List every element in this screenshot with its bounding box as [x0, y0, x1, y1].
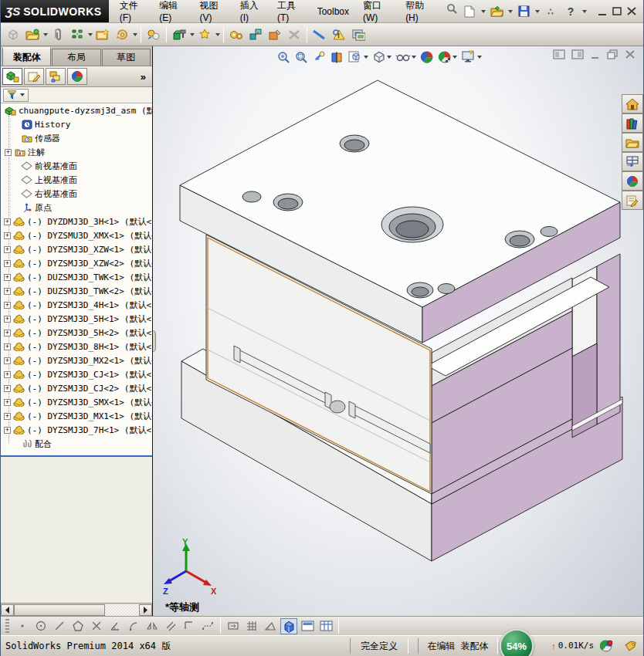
tree-folder-0[interactable]: History	[1, 117, 152, 131]
appearances-tab[interactable]	[67, 68, 87, 85]
tree-component-15[interactable]: +(-) DYZSMJ3D_7H<1> (默认<	[1, 423, 152, 437]
tree-component-14[interactable]: +(-) DYZSMJ3D_MX1<1> (默认<	[1, 409, 152, 423]
tree-component-12[interactable]: +(-) DYZSMJ3D_CJ<2> (默认<	[1, 381, 152, 395]
tree-folder-5[interactable]: 右视基准面	[1, 187, 152, 201]
rotate-component-caret[interactable]	[133, 33, 137, 36]
tree-component-4[interactable]: +(-) DUZSMJ3D_TWK<1> (默认<	[1, 270, 152, 284]
tree-component-3[interactable]: +(-) DYZSMJ3D_XZW<2> (默认<	[1, 256, 152, 270]
pane-view-icon[interactable]	[299, 618, 316, 634]
expand-toggle[interactable]: +	[4, 232, 11, 239]
expand-toggle[interactable]: +	[4, 413, 11, 420]
menu-item-2[interactable]: 视图(V)	[194, 0, 232, 25]
assembly-features-icon[interactable]	[266, 26, 284, 43]
scrollbar-thumb[interactable]	[14, 604, 105, 616]
exploded-view-icon[interactable]	[246, 26, 265, 43]
menu-item-0[interactable]: 文件(F)	[114, 0, 152, 25]
tree-component-1[interactable]: +(-) DYZSMU3D_XMX<1> (默认<	[1, 228, 152, 242]
shaded-cube-icon[interactable]	[280, 618, 297, 634]
panel-overflow-chevron[interactable]: »	[141, 71, 151, 83]
expand-toggle[interactable]: +	[4, 330, 11, 336]
connection-ball-icon[interactable]	[600, 640, 612, 654]
measure-icon[interactable]	[310, 26, 329, 43]
menu-item-4[interactable]: 工具(T)	[271, 0, 310, 25]
tree-component-10[interactable]: +(-) DYZSMJ3D_MX2<1> (默认<	[1, 353, 152, 367]
open-part-caret[interactable]	[43, 33, 48, 36]
polygon-icon[interactable]	[69, 618, 86, 634]
tree-folder-6[interactable]: 原点	[1, 201, 152, 215]
new-document-caret[interactable]	[481, 10, 486, 13]
line-icon[interactable]	[51, 618, 68, 634]
new-motion-study-icon[interactable]	[195, 26, 214, 43]
tree-folder-2[interactable]: +A注解	[1, 145, 152, 159]
expand-toggle[interactable]: +	[4, 260, 11, 267]
menu-item-3[interactable]: 插入(I)	[234, 0, 269, 25]
scroll-right-arrow[interactable]	[139, 604, 152, 616]
tangent-arc-icon[interactable]	[125, 618, 142, 634]
tree-filter-button[interactable]	[3, 89, 29, 102]
minimize-button[interactable]	[598, 7, 608, 16]
tree-component-7[interactable]: +(-) DYZSMJ3D_5H<1> (默认<	[1, 312, 152, 326]
toolbar-overflow-dots[interactable]: ∴	[541, 3, 560, 20]
search-icon[interactable]	[443, 0, 460, 17]
trim-icon[interactable]	[88, 618, 105, 634]
tree-component-13[interactable]: +(-) DYZSMJ3D_SMX<1> (默认<	[1, 395, 152, 409]
menu-item-1[interactable]: 编辑(E)	[153, 0, 192, 25]
circle-icon[interactable]	[32, 618, 49, 634]
close-button[interactable]	[627, 7, 637, 16]
tree-component-9[interactable]: +(-) DYZSMJ3D_8H<1> (默认<	[1, 340, 152, 353]
tags-icon[interactable]	[624, 640, 637, 654]
expand-toggle[interactable]: +	[4, 316, 11, 323]
new-motion-study-caret[interactable]	[215, 33, 220, 36]
convert-entities-icon[interactable]	[225, 618, 242, 634]
open-part-icon[interactable]	[23, 26, 42, 43]
expand-toggle[interactable]: +	[4, 427, 11, 434]
scroll-left-arrow[interactable]	[1, 604, 14, 616]
featuremanager-tree-tab[interactable]	[2, 68, 22, 85]
toolbar-grip[interactable]	[5, 619, 9, 633]
spline-icon[interactable]	[199, 618, 216, 634]
tree-horizontal-scrollbar[interactable]	[1, 603, 152, 616]
expand-toggle[interactable]: +	[4, 385, 11, 392]
tree-mates[interactable]: 配合	[1, 437, 152, 451]
open-document-button[interactable]	[487, 3, 506, 20]
point-icon[interactable]	[14, 618, 31, 634]
command-tab-2[interactable]: 草图	[102, 49, 151, 66]
menu-item-7[interactable]: 帮助(H)	[399, 0, 439, 25]
mold-assembly-model[interactable]	[153, 46, 643, 615]
attach-icon[interactable]	[49, 26, 67, 43]
angle-triangle-icon[interactable]	[262, 618, 279, 634]
pattern-disabled-icon[interactable]	[285, 26, 303, 43]
command-tab-1[interactable]: 布局	[52, 49, 100, 66]
propertymanager-tab[interactable]	[24, 68, 44, 85]
save-caret[interactable]	[535, 10, 540, 13]
new-document-button[interactable]	[460, 3, 479, 20]
smart-fasteners-caret[interactable]	[190, 33, 195, 36]
expand-toggle[interactable]: +	[5, 149, 12, 156]
configurationmanager-tab[interactable]	[46, 68, 66, 85]
mirror-icon[interactable]	[144, 618, 161, 634]
help-caret[interactable]	[582, 10, 587, 13]
component-preview-window-icon[interactable]	[93, 26, 112, 43]
assembly-gears-icon[interactable]	[227, 26, 246, 43]
expand-toggle[interactable]: +	[4, 246, 11, 253]
expand-toggle[interactable]: +	[4, 357, 11, 364]
tree-component-2[interactable]: +(-) DYZSMJ3D_XZW<1> (默认<	[1, 242, 152, 256]
command-tab-0[interactable]: 装配体	[2, 47, 51, 66]
menu-item-6[interactable]: 窗口(W)	[357, 0, 398, 25]
corner-icon[interactable]	[181, 618, 198, 634]
tree-folder-3[interactable]: 前视基准面	[1, 159, 152, 173]
tree-folder-4[interactable]: 上视基准面	[1, 173, 152, 187]
save-button[interactable]	[514, 3, 533, 20]
tree-component-5[interactable]: +(-) DUZSMJ3D_TWK<2> (默认<	[1, 284, 152, 298]
expand-toggle[interactable]: +	[4, 371, 11, 378]
mate-icon[interactable]	[68, 26, 86, 43]
expand-toggle[interactable]: +	[4, 288, 11, 295]
show-hidden-components-icon[interactable]	[144, 26, 163, 43]
snapshot-icon[interactable]	[349, 26, 368, 43]
tree-component-6[interactable]: +(-) DYZSMJ3D_4H<1> (默认<	[1, 298, 152, 312]
smart-fasteners-icon[interactable]	[170, 26, 188, 43]
expand-toggle[interactable]: +	[4, 343, 11, 350]
expand-toggle[interactable]: +	[4, 218, 11, 225]
mate-caret[interactable]	[88, 33, 93, 36]
chamfer-icon[interactable]	[107, 618, 124, 634]
